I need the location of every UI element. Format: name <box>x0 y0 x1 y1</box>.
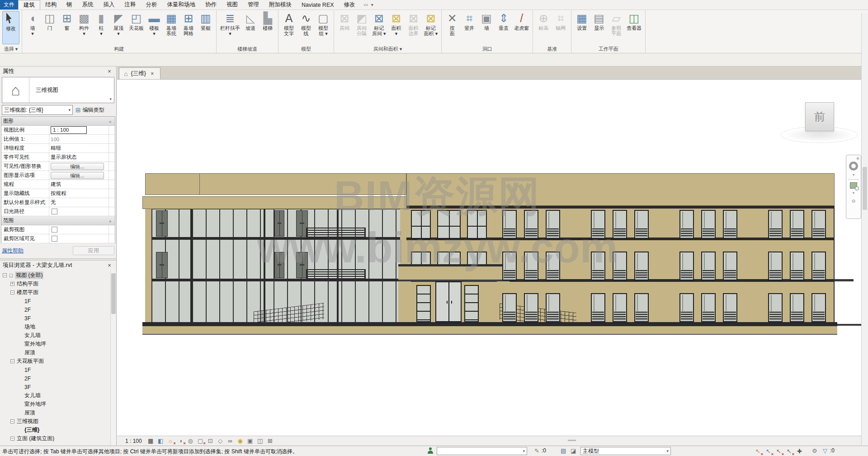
panel-label-room-area[interactable]: 房间和面积 ▾ <box>334 46 441 53</box>
ribbon-button-墙[interactable]: ◖墙 ▾ <box>24 11 41 37</box>
property-value[interactable] <box>49 207 109 216</box>
building-elevation[interactable] <box>145 173 835 335</box>
browser-node-女儿墙[interactable]: 女儿墙 <box>0 331 116 340</box>
checkbox[interactable] <box>52 236 57 242</box>
collapse-chevron-icon[interactable]: ▵ <box>109 119 111 124</box>
property-value[interactable]: 无 <box>49 198 109 207</box>
browser-node-视图 (全部)[interactable]: −◻视图 (全部) <box>0 271 116 280</box>
browser-node-三维视图[interactable]: −三维视图 <box>0 417 116 426</box>
select-pinned-toggle-icon[interactable]: ↖× <box>775 447 783 455</box>
property-value[interactable]: 精细 <box>49 144 109 152</box>
browser-node-结构平面[interactable]: +结构平面 <box>0 280 116 288</box>
ribbon-button-显示[interactable]: ▤显示 <box>591 11 607 31</box>
visual-style-icon[interactable]: ◧ <box>157 437 165 445</box>
add-to-set-icon[interactable]: ◪ <box>571 447 576 454</box>
close-icon[interactable]: × <box>106 262 113 269</box>
view-selector-combobox[interactable]: 三维视图: {三维} ▾ <box>2 105 73 115</box>
browser-node-2F[interactable]: 2F <box>0 374 116 383</box>
ribbon-button-设置[interactable]: ▦设置 <box>574 11 590 31</box>
ribbon-button-模型文字[interactable]: A模型 文字 <box>281 11 297 37</box>
browser-node-室外地坪[interactable]: 室外地坪 <box>0 400 116 408</box>
selection-settings-icon[interactable]: ⚙ <box>812 447 817 454</box>
browser-scrollbar[interactable] <box>110 271 116 446</box>
steering-wheel-icon[interactable] <box>849 162 858 171</box>
ribbon-button-模型组[interactable]: ▢模型 组 ▾ <box>315 11 331 37</box>
crop-view-icon[interactable]: ▢× <box>197 437 204 445</box>
viewcube[interactable]: 前 <box>805 102 834 131</box>
select-by-face-toggle-icon[interactable]: ↖× <box>785 447 793 455</box>
property-value[interactable]: 编辑... <box>49 171 109 180</box>
tree-expander-icon[interactable]: − <box>10 359 14 363</box>
browser-node-3F[interactable]: 3F <box>0 383 116 391</box>
browser-node-屋顶[interactable]: 屋顶 <box>0 348 116 357</box>
property-value[interactable] <box>49 234 109 243</box>
browser-node-2F[interactable]: 2F <box>0 305 116 314</box>
ribbon-button-栏杆扶手[interactable]: ≣栏杆扶手 ▾ <box>219 11 241 37</box>
menu-tab-附加模块[interactable]: 附加模块 <box>264 0 297 10</box>
ribbon-button-修改[interactable]: 修改 <box>2 11 19 44</box>
browser-node-女儿墙[interactable]: 女儿墙 <box>0 391 116 400</box>
checkbox[interactable] <box>52 227 57 233</box>
menu-tab-系统[interactable]: 系统 <box>77 0 99 10</box>
ribbon-button-幕墙网格[interactable]: ⊞幕墙 网格 <box>180 11 197 37</box>
menu-tab-注释[interactable]: 注释 <box>120 0 141 10</box>
property-value[interactable]: 100 <box>49 135 109 143</box>
browser-node-室外地坪[interactable]: 室外地坪 <box>0 340 116 348</box>
drawing-canvas[interactable]: BIM资源网 www.bimzyw.com 前 ⊗ ▾ ▾ ⊖ <box>117 80 861 436</box>
ribbon-button-面积[interactable]: ⊠面积 ▾ <box>388 11 405 37</box>
ribbon-button-楼板[interactable]: ▬楼板 ▾ <box>146 11 162 37</box>
shadows-icon[interactable]: ◑× <box>177 437 184 445</box>
property-value[interactable]: 1 : 100 <box>49 126 109 134</box>
browser-node-立面 (建筑立面)[interactable]: −立面 (建筑立面) <box>0 434 116 443</box>
navigation-bar[interactable]: ⊗ ▾ ▾ ⊖ <box>846 155 861 219</box>
menu-tab-体量和场地[interactable]: 体量和场地 <box>162 0 201 10</box>
chevron-down-icon[interactable]: ▾ <box>853 173 854 177</box>
tree-expander-icon[interactable]: − <box>10 437 14 441</box>
close-icon[interactable]: × <box>149 71 156 77</box>
property-value[interactable]: 编辑... <box>49 162 109 171</box>
tree-expander-icon[interactable]: − <box>3 273 7 277</box>
detail-level-icon[interactable]: ▦ <box>147 437 155 445</box>
ribbon-button-查看器[interactable]: ◫查看器 <box>625 11 643 31</box>
ribbon-button-构件[interactable]: ▩构件 ▾ <box>76 11 92 37</box>
property-value[interactable]: 显示原状态 <box>49 153 109 162</box>
temporary-hide-isolate-icon[interactable]: ∞ <box>226 437 234 445</box>
canvas-vertical-scrollbar[interactable] <box>861 13 868 446</box>
menu-tab-结构[interactable]: 结构 <box>40 0 61 10</box>
menu-tab-钢[interactable]: 钢 <box>61 0 77 10</box>
collapse-icon[interactable]: ⊖ <box>852 199 855 204</box>
property-value[interactable]: 按规程 <box>49 189 109 198</box>
select-links-toggle-icon[interactable]: ↖× <box>754 447 762 455</box>
sun-path-icon[interactable]: ☼× <box>167 437 175 445</box>
chevron-down-icon[interactable]: ▾ <box>853 191 854 195</box>
menu-tab-修改[interactable]: 修改 <box>339 0 360 10</box>
property-value[interactable]: 建筑 <box>49 180 109 189</box>
menu-tab-协作[interactable]: 协作 <box>200 0 222 10</box>
menu-tab-分析[interactable]: 分析 <box>141 0 162 10</box>
ribbon-button-标记面积[interactable]: ⊠标记 面积 ▾ <box>423 11 439 37</box>
type-selector[interactable]: ⌂ 三维视图 ▾ <box>2 77 114 103</box>
crop-region-icon[interactable]: ⊡ <box>207 437 214 445</box>
ribbon-button-竖梃[interactable]: ▥竖梃 <box>198 11 214 31</box>
collapse-chevron-icon[interactable]: ▵ <box>109 218 111 223</box>
property-value[interactable] <box>49 225 109 234</box>
ribbon-button-坡道[interactable]: ◺坡道 <box>242 11 259 31</box>
horizontal-scrollbar[interactable] <box>568 440 576 441</box>
browser-node-1F[interactable]: 1F <box>0 366 116 374</box>
workset-combobox[interactable]: ▾ <box>437 447 527 455</box>
filter-icon[interactable]: ▽ <box>823 447 827 454</box>
tree-expander-icon[interactable]: + <box>10 282 14 286</box>
browser-node-{三维}[interactable]: {三维} <box>0 426 116 434</box>
browser-node-屋顶[interactable]: 屋顶 <box>0 408 116 417</box>
ribbon-button-垂直[interactable]: ⇕垂直 <box>495 11 512 31</box>
edit-button[interactable]: 编辑... <box>51 163 104 170</box>
browser-node-1F[interactable]: 1F <box>0 297 116 305</box>
browser-node-3F[interactable]: 3F <box>0 314 116 323</box>
ribbon-button-天花板[interactable]: ◰天花板 <box>127 11 145 31</box>
panel-label-work-plane[interactable]: 工作平面 <box>571 46 645 53</box>
panel-label-circulation[interactable]: 楼梯坡道 <box>217 46 278 53</box>
unlocked-3d-view-icon[interactable]: ◇ <box>217 437 224 445</box>
menu-tab-建筑[interactable]: 建筑 <box>18 0 40 10</box>
ribbon-button-按面[interactable]: ✕按 面 <box>444 11 460 37</box>
view-scale-button[interactable]: 1 : 100 <box>123 438 145 444</box>
